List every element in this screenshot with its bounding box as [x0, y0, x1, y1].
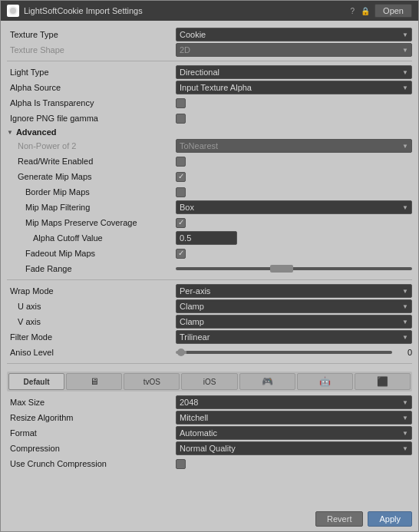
- advanced-section-header[interactable]: ▼ Advanced: [7, 126, 412, 138]
- tab-default-label: Default: [24, 378, 50, 386]
- u-axis-dropdown[interactable]: Clamp ▼: [176, 299, 412, 313]
- v-axis-dropdown[interactable]: Clamp ▼: [176, 315, 412, 329]
- ignore-png-checkbox[interactable]: [176, 114, 186, 124]
- advanced-triangle: ▼: [7, 129, 13, 136]
- wrap-mode-control: Per-axis ▼: [176, 284, 412, 298]
- apply-button[interactable]: Apply: [368, 511, 412, 527]
- format-row: Format Automatic ▼: [7, 425, 412, 441]
- wrap-mode-dropdown[interactable]: Per-axis ▼: [176, 284, 412, 298]
- compression-control: Normal Quality ▼: [176, 441, 412, 455]
- revert-button[interactable]: Revert: [315, 511, 363, 527]
- mip-filter-arrow: ▼: [402, 204, 408, 211]
- tab-monitor[interactable]: 🖥: [66, 373, 122, 390]
- filter-mode-dropdown[interactable]: Trilinear ▼: [176, 330, 412, 344]
- read-write-label: Read/Write Enabled: [7, 157, 176, 166]
- settings-content: Texture Type Cookie ▼ Texture Shape 2D ▼…: [1, 21, 418, 507]
- read-write-checkbox[interactable]: [176, 157, 186, 167]
- border-mip-checkbox[interactable]: [176, 187, 186, 197]
- aniso-thumb[interactable]: [177, 349, 185, 356]
- texture-type-dropdown[interactable]: Cookie ▼: [176, 28, 412, 41]
- max-size-arrow: ▼: [402, 399, 408, 406]
- texture-type-value: Cookie: [180, 30, 206, 39]
- fade-range-control: [176, 267, 412, 270]
- tab-tvos-label: tvOS: [144, 378, 160, 386]
- compression-arrow: ▼: [402, 445, 408, 452]
- u-axis-arrow: ▼: [402, 303, 408, 310]
- tab-gamepad[interactable]: 🎮: [239, 373, 295, 390]
- resize-alg-dropdown[interactable]: Mitchell ▼: [176, 411, 412, 425]
- non-power-value: ToNearest: [180, 141, 218, 150]
- divider-3: [7, 363, 412, 364]
- divider-2: [7, 279, 412, 280]
- crunch-compression-checkbox[interactable]: [176, 459, 186, 469]
- gamepad-icon: 🎮: [262, 376, 273, 387]
- help-icon[interactable]: ?: [349, 7, 357, 15]
- fade-range-slider-container: [176, 267, 412, 270]
- v-axis-label: V axis: [7, 317, 176, 326]
- resize-alg-row: Resize Algorithm Mitchell ▼: [7, 410, 412, 425]
- v-axis-value: Clamp: [180, 317, 204, 326]
- light-type-dropdown[interactable]: Directional ▼: [176, 65, 412, 79]
- non-power-label: Non-Power of 2: [7, 141, 176, 150]
- wrap-mode-row: Wrap Mode Per-axis ▼: [7, 283, 412, 299]
- title-bar-left: LightSoftCookie Import Settings: [7, 5, 143, 17]
- android-icon: 🤖: [319, 376, 331, 387]
- light-type-label: Light Type: [7, 68, 176, 77]
- format-control: Automatic ▼: [176, 426, 412, 440]
- v-axis-arrow: ▼: [402, 319, 408, 325]
- ignore-png-control: [176, 114, 412, 124]
- alpha-source-dropdown[interactable]: Input Texture Alpha ▼: [176, 81, 412, 94]
- format-dropdown[interactable]: Automatic ▼: [176, 426, 412, 440]
- mip-filter-label: Mip Map Filtering: [7, 203, 176, 212]
- mip-filter-dropdown[interactable]: Box ▼: [176, 200, 412, 214]
- texture-type-row: Texture Type Cookie ▼: [7, 27, 412, 42]
- tab-webgl[interactable]: ⬛: [355, 373, 411, 390]
- mip-filter-row: Mip Map Filtering Box ▼: [7, 200, 412, 215]
- lock-icon[interactable]: 🔒: [359, 7, 371, 15]
- mip-preserve-label: Mip Maps Preserve Coverage: [7, 218, 176, 227]
- non-power-control: ToNearest ▼: [176, 139, 412, 153]
- aniso-level-control: 0: [176, 348, 412, 357]
- compression-dropdown[interactable]: Normal Quality ▼: [176, 441, 412, 455]
- alpha-source-control: Input Texture Alpha ▼: [176, 81, 412, 94]
- alpha-source-arrow: ▼: [402, 84, 408, 91]
- fade-range-label: Fade Range: [7, 264, 176, 273]
- format-label: Format: [7, 428, 176, 438]
- open-button[interactable]: Open: [374, 4, 412, 18]
- max-size-label: Max Size: [7, 398, 176, 407]
- max-size-dropdown[interactable]: 2048 ▼: [176, 395, 412, 409]
- fade-range-thumb[interactable]: [270, 265, 293, 273]
- alpha-cutoff-label: Alpha Cutoff Value: [7, 233, 176, 243]
- monitor-icon: 🖥: [90, 376, 99, 387]
- window-icon: [7, 5, 19, 17]
- tab-tvos[interactable]: tvOS: [124, 373, 180, 390]
- filter-mode-label: Filter Mode: [7, 332, 176, 342]
- alpha-cutoff-input[interactable]: [176, 231, 237, 245]
- gen-mip-checkbox[interactable]: [176, 172, 186, 182]
- ignore-png-label: Ignore PNG file gamma: [7, 114, 176, 123]
- texture-shape-control: 2D ▼: [176, 43, 412, 57]
- tab-android[interactable]: 🤖: [297, 373, 353, 390]
- aniso-slider[interactable]: [176, 351, 392, 354]
- alpha-source-label: Alpha Source: [7, 83, 176, 92]
- border-mip-row: Border Mip Maps: [7, 184, 412, 200]
- non-power-row: Non-Power of 2 ToNearest ▼: [7, 138, 412, 154]
- resize-alg-label: Resize Algorithm: [7, 413, 176, 422]
- texture-shape-row: Texture Shape 2D ▼: [7, 42, 412, 58]
- platform-tabs: Default 🖥 tvOS iOS 🎮 🤖 ⬛: [7, 372, 412, 392]
- tab-default[interactable]: Default: [8, 373, 64, 390]
- mip-preserve-row: Mip Maps Preserve Coverage: [7, 215, 412, 230]
- crunch-compression-label: Use Crunch Compression: [7, 459, 176, 468]
- fadeout-mip-checkbox[interactable]: [176, 249, 186, 259]
- wrap-mode-label: Wrap Mode: [7, 286, 176, 296]
- svg-point-1: [10, 8, 16, 14]
- mip-preserve-checkbox[interactable]: [176, 218, 186, 228]
- gen-mip-row: Generate Mip Maps: [7, 169, 412, 184]
- mip-filter-value: Box: [180, 203, 194, 212]
- texture-shape-dropdown: 2D ▼: [176, 43, 412, 57]
- footer: Revert Apply: [1, 507, 418, 531]
- alpha-transparency-checkbox[interactable]: [176, 98, 186, 108]
- tab-ios[interactable]: iOS: [181, 373, 237, 390]
- filter-mode-row: Filter Mode Trilinear ▼: [7, 329, 412, 345]
- fade-range-slider[interactable]: [176, 267, 412, 270]
